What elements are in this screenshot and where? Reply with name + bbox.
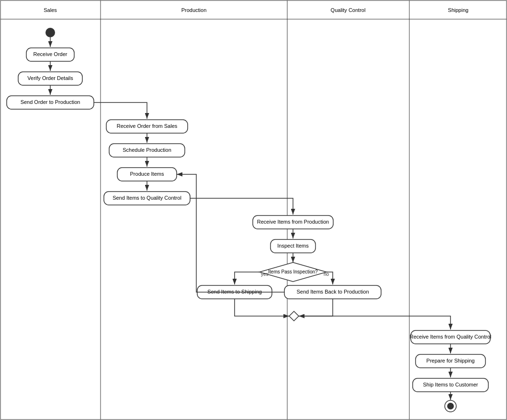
label-send-to-qc: Send Items to Quality Control bbox=[113, 195, 181, 201]
label-ship-to-customer: Ship Items to Customer bbox=[423, 382, 478, 387]
label-verify-order: Verify Order Details bbox=[27, 75, 73, 81]
header-shipping: Shipping bbox=[448, 7, 469, 13]
arrow-sendshipping-merge bbox=[235, 299, 289, 316]
arrow-sendqc-receiveprod bbox=[190, 198, 293, 215]
label-schedule-production: Schedule Production bbox=[123, 147, 171, 153]
label-receive-from-production: Receive Items from Production bbox=[257, 219, 329, 225]
end-node-inner bbox=[447, 403, 454, 409]
label-prepare-shipping: Prepare for Shipping bbox=[427, 358, 475, 363]
diagram-container: Sales Production Quality Control Shippin… bbox=[0, 0, 507, 420]
header-quality: Quality Control bbox=[331, 7, 366, 13]
arrow-yes-sendshipping bbox=[235, 272, 259, 284]
arrow-sendback-merge bbox=[299, 299, 333, 316]
label-receive-order: Receive Order bbox=[34, 51, 68, 57]
start-node bbox=[45, 28, 55, 37]
label-send-back-production: Send Items Back to Production bbox=[296, 289, 369, 295]
label-inspection-decision: Items Pass Inspection? bbox=[268, 269, 318, 274]
label-send-to-shipping: Send Items to Shipping bbox=[207, 289, 262, 295]
node-merge bbox=[289, 311, 299, 321]
label-yes: yes bbox=[261, 272, 269, 277]
header-sales: Sales bbox=[44, 7, 57, 13]
arrow-send-receive-sales bbox=[94, 102, 147, 119]
label-receive-from-qc: Receive Items from Quality Control bbox=[410, 334, 492, 340]
diagram-svg: Sales Production Quality Control Shippin… bbox=[0, 0, 507, 420]
label-produce-items: Produce Items bbox=[130, 171, 164, 177]
header-production: Production bbox=[181, 7, 207, 13]
arrow-merge-receiveqc bbox=[299, 316, 451, 329]
svg-rect-1 bbox=[0, 0, 507, 19]
label-inspect-items: Inspect Items bbox=[277, 243, 309, 249]
label-receive-from-sales: Receive Order from Sales bbox=[117, 123, 178, 129]
label-send-to-production: Send Order to Production bbox=[21, 99, 80, 105]
